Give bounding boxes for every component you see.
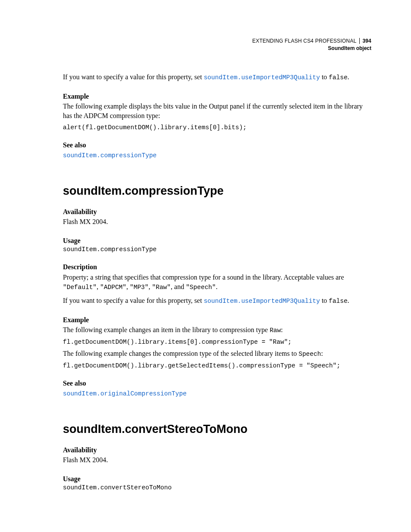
text: If you want to specify a value for this … xyxy=(63,297,204,304)
chapter-name: SoundItem object xyxy=(63,45,371,52)
section-title-compressiontype: soundItem.compressionType xyxy=(63,184,372,198)
section-title-convertstereotomono: soundItem.convertStereoToMono xyxy=(63,423,372,436)
example-code-block: alert(fl.getDocumentDOM().library.items[… xyxy=(63,124,372,131)
code-default: "Default" xyxy=(63,284,97,291)
example-paragraph-2: The following example changes the compre… xyxy=(63,349,372,359)
text: Property; a string that specifies that c… xyxy=(63,274,344,281)
example-code-block-1: fl.getDocumentDOM().library.items[0].com… xyxy=(63,339,372,345)
availability-text: Flash MX 2004. xyxy=(63,455,372,465)
availability-text: Flash MX 2004. xyxy=(63,217,372,227)
usage-heading: Usage xyxy=(63,474,372,484)
usage-heading: Usage xyxy=(63,236,372,246)
compressiontype-link[interactable]: soundItem.compressionType xyxy=(63,152,157,159)
code-raw: Raw xyxy=(270,327,281,334)
code-false: false xyxy=(329,74,348,81)
example-description: The following example displays the bits … xyxy=(63,102,372,120)
text: to xyxy=(320,73,329,81)
code-raw: "Raw" xyxy=(152,284,171,291)
page-header: EXTENDING FLASH CS4 PROFESSIONAL 394 Sou… xyxy=(63,38,372,52)
code-adpcm: "ADPCM" xyxy=(100,284,126,291)
intro-specify-paragraph: If you want to specify a value for this … xyxy=(63,72,372,82)
text: If you want to specify a value for this … xyxy=(63,73,204,81)
specify-paragraph: If you want to specify a value for this … xyxy=(63,296,372,306)
code-false: false xyxy=(329,298,348,305)
example-heading: Example xyxy=(63,92,372,101)
text: The following example changes the compre… xyxy=(63,350,299,357)
text: : xyxy=(321,350,323,357)
example-heading: Example xyxy=(63,315,372,325)
page-number: 394 xyxy=(359,38,371,44)
code-speech: Speech xyxy=(299,351,321,358)
code-mp3: "MP3" xyxy=(130,284,149,291)
availability-heading: Availability xyxy=(63,207,372,217)
description-paragraph: Property; a string that specifies that c… xyxy=(63,273,372,292)
page-container: EXTENDING FLASH CS4 PROFESSIONAL 394 Sou… xyxy=(0,0,411,532)
book-title: EXTENDING FLASH CS4 PROFESSIONAL xyxy=(252,38,356,44)
text: . xyxy=(348,297,349,304)
availability-heading: Availability xyxy=(63,445,372,455)
usage-code-block: soundItem.compressionType xyxy=(63,246,372,253)
originalcompressiontype-link[interactable]: soundItem.originalCompressionType xyxy=(63,390,187,397)
text: . xyxy=(348,73,349,81)
text: , xyxy=(149,283,152,290)
usage-code-block: soundItem.convertStereoToMono xyxy=(63,484,372,491)
useimportedmp3quality-link[interactable]: soundItem.useImportedMP3Quality xyxy=(204,74,320,81)
text: : xyxy=(281,326,283,333)
text: , and xyxy=(171,283,186,290)
seealso-heading: See also xyxy=(63,379,372,388)
code-speech: "Speech" xyxy=(186,284,216,291)
text: . xyxy=(216,283,218,290)
example-paragraph-1: The following example changes an item in… xyxy=(63,325,372,335)
useimportedmp3quality-link[interactable]: soundItem.useImportedMP3Quality xyxy=(204,298,320,305)
seealso-heading: See also xyxy=(63,140,372,150)
header-title-line: EXTENDING FLASH CS4 PROFESSIONAL 394 xyxy=(63,38,371,45)
example-code-block-2: fl.getDocumentDOM().library.getSelectedI… xyxy=(63,362,372,369)
text: The following example changes an item in… xyxy=(63,326,270,333)
description-heading: Description xyxy=(63,262,372,272)
text: to xyxy=(320,297,329,304)
